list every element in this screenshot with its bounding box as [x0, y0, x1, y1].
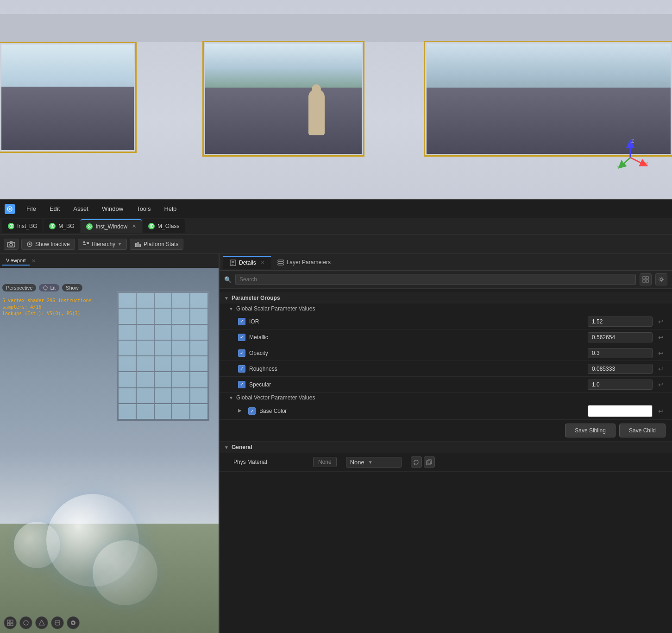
- param-specular-checkbox[interactable]: [238, 381, 245, 388]
- layer-params-tab[interactable]: Layer Parameters: [271, 256, 337, 268]
- param-ior-row: IOR ↩: [220, 314, 672, 329]
- menu-tools[interactable]: Tools: [131, 203, 156, 215]
- svg-rect-28: [138, 242, 139, 247]
- param-base-color-reset[interactable]: ↩: [656, 406, 666, 416]
- param-opacity-row: Opacity ↩: [220, 345, 672, 361]
- glass-circle-small: [14, 522, 60, 568]
- show-control[interactable]: Show: [62, 284, 82, 291]
- menu-window[interactable]: Window: [96, 203, 129, 215]
- tab-bar: Inst_BG M_BG Inst_Window ✕ M_Glass: [0, 218, 672, 234]
- show-inactive-button[interactable]: Show Inactive: [21, 239, 75, 250]
- save-sibling-button[interactable]: Save Sibling: [565, 424, 615, 437]
- platform-stats-button[interactable]: Platform Stats: [130, 239, 183, 250]
- svg-rect-21: [83, 244, 85, 245]
- platform-stats-label: Platform Stats: [144, 241, 178, 247]
- param-roughness-checkbox[interactable]: [238, 365, 245, 373]
- param-opacity-reset[interactable]: ↩: [656, 348, 666, 358]
- hierarchy-button[interactable]: Hierarchy ▼: [78, 239, 127, 250]
- param-metallic-checkbox[interactable]: [238, 334, 245, 341]
- viewport-icon-4[interactable]: [51, 616, 64, 629]
- details-tab[interactable]: Details ✕: [223, 256, 271, 269]
- param-specular-value[interactable]: [588, 380, 653, 390]
- tab-icon-m-bg: [49, 223, 56, 229]
- param-opacity-name: Opacity: [249, 350, 584, 356]
- grid-view-button[interactable]: [640, 273, 652, 285]
- viewport-content[interactable]: Perspective Lit Show 5 vertex shader 296…: [0, 268, 219, 633]
- toolbar: Show Inactive Hierarchy ▼ Platform Stats: [0, 234, 672, 254]
- details-content[interactable]: ▼ Parameter Groups ▼ Global Scalar Param…: [220, 289, 672, 633]
- 3d-viewport-background: Z X Y: [0, 0, 672, 199]
- svg-rect-29: [139, 244, 141, 247]
- svg-text:X: X: [645, 162, 648, 167]
- phys-material-browse-button[interactable]: [424, 456, 435, 468]
- svg-point-44: [72, 622, 74, 624]
- tab-label-inst-bg: Inst_BG: [17, 223, 37, 229]
- viewport-tab-close[interactable]: ✕: [31, 258, 36, 264]
- save-child-button[interactable]: Save Child: [619, 424, 666, 437]
- svg-point-13: [89, 226, 90, 227]
- param-roughness-value[interactable]: [588, 364, 653, 374]
- param-opacity-checkbox[interactable]: [238, 349, 245, 357]
- param-metallic-value[interactable]: [588, 332, 653, 342]
- param-base-color-checkbox[interactable]: [248, 407, 256, 415]
- param-ior-checkbox[interactable]: [238, 318, 245, 325]
- tab-m-bg[interactable]: M_BG: [44, 219, 80, 233]
- param-roughness-name: Roughness: [249, 366, 584, 372]
- global-scalar-label: Global Scalar Parameter Values: [236, 305, 315, 312]
- viewport-icon-2[interactable]: [19, 616, 32, 629]
- shader-samplers: samplers: 4/16: [2, 304, 92, 310]
- search-icon: 🔍: [224, 276, 232, 283]
- perspective-control[interactable]: Perspective: [2, 284, 36, 291]
- viewport-icon-3[interactable]: [35, 616, 48, 629]
- phys-material-label: Phys Material: [233, 459, 308, 465]
- viewport-icon-5[interactable]: [67, 616, 80, 629]
- param-specular-reset[interactable]: ↩: [656, 380, 666, 389]
- viewport-icon-1[interactable]: [4, 616, 17, 629]
- param-metallic-reset[interactable]: ↩: [656, 333, 666, 342]
- global-vector-section[interactable]: ▼ Global Vector Parameter Values: [220, 392, 672, 403]
- param-specular-name: Specular: [249, 381, 584, 388]
- tab-inst-bg[interactable]: Inst_BG: [2, 219, 43, 233]
- param-ior-reset[interactable]: ↩: [656, 317, 666, 326]
- param-roughness-reset[interactable]: ↩: [656, 364, 666, 373]
- camera-icon-btn[interactable]: [4, 239, 19, 250]
- svg-rect-22: [87, 242, 89, 244]
- param-metallic-name: Metallic: [249, 334, 584, 341]
- svg-rect-38: [11, 623, 13, 626]
- window-frame-1: [0, 42, 137, 153]
- general-section[interactable]: ▼ General: [220, 442, 672, 453]
- svg-rect-55: [646, 280, 648, 282]
- right-panel: Details ✕ Layer Parameters 🔍 ▼: [220, 254, 672, 633]
- tab-icon-m-glass: [148, 223, 155, 229]
- phys-dropdown-value: None: [350, 459, 364, 466]
- viewport-tab-bar: Viewport ✕: [0, 254, 219, 268]
- menu-edit[interactable]: Edit: [44, 203, 65, 215]
- viewport-bottom-icons: [4, 616, 80, 629]
- base-color-expand-arrow[interactable]: ▶: [238, 408, 245, 414]
- details-tab-close[interactable]: ✕: [261, 260, 264, 265]
- global-scalar-section[interactable]: ▼ Global Scalar Parameter Values: [220, 304, 672, 314]
- lit-label: Lit: [50, 285, 56, 291]
- menu-help[interactable]: Help: [158, 203, 182, 215]
- phys-material-refresh-button[interactable]: [411, 456, 422, 468]
- settings-button[interactable]: [655, 273, 667, 285]
- svg-rect-35: [7, 620, 10, 622]
- lit-control[interactable]: Lit: [39, 284, 59, 291]
- svg-rect-53: [646, 277, 648, 279]
- param-ior-value[interactable]: [588, 316, 653, 327]
- param-opacity-value[interactable]: [588, 348, 653, 358]
- svg-line-1: [630, 158, 644, 165]
- tab-close-inst-window[interactable]: ✕: [132, 223, 136, 229]
- menu-file[interactable]: File: [21, 203, 42, 215]
- tab-inst-window[interactable]: Inst_Window ✕: [81, 219, 142, 233]
- svg-point-9: [11, 225, 12, 227]
- search-input[interactable]: [235, 274, 636, 285]
- phys-material-dropdown[interactable]: None ▼: [346, 457, 402, 468]
- tab-m-glass[interactable]: M_Glass: [143, 219, 185, 233]
- svg-rect-52: [643, 277, 645, 279]
- base-color-swatch[interactable]: [588, 405, 653, 417]
- menu-asset[interactable]: Asset: [68, 203, 94, 215]
- svg-rect-58: [428, 460, 432, 464]
- parameter-groups-section[interactable]: ▼ Parameter Groups: [220, 292, 672, 304]
- viewport-tab[interactable]: Viewport: [2, 256, 30, 266]
